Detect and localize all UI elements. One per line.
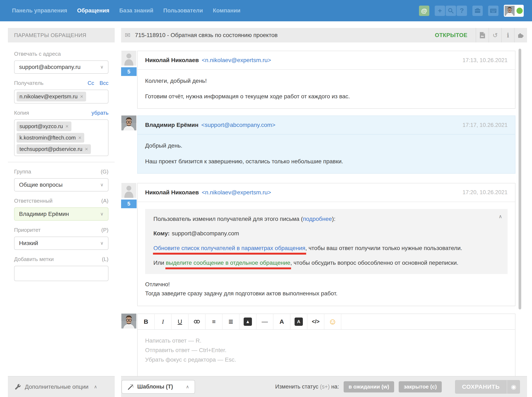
change-status-hotkey: (s+) [320, 384, 329, 390]
nav-item-companies[interactable]: Компании [213, 7, 240, 14]
keyboard-shortcuts-button[interactable] [488, 6, 498, 16]
scrollbar-thumb[interactable] [519, 49, 521, 310]
copy-chip-label: techsupport@pdservice.ru [19, 146, 82, 152]
reply-editor[interactable]: Написать ответ — R. Отправить ответ — Ct… [138, 330, 515, 382]
recipient-input[interactable]: n.nikolaev@expertsm.ru × [14, 90, 108, 104]
unread-count-badge: 5 [121, 199, 137, 208]
nav-item-users[interactable]: Пользователи [163, 7, 203, 14]
help-button[interactable]: ? [457, 6, 467, 16]
sender-email-link[interactable]: <n.nikolaev@expertsm.ru> [202, 57, 271, 63]
bcc-link[interactable]: Bcc [99, 80, 108, 86]
insert-link-button[interactable] [189, 314, 205, 329]
sender-email-link[interactable]: <support@abcompany.com> [201, 122, 276, 128]
nav-item-dashboard[interactable]: Панель управления [12, 7, 67, 14]
remove-recipient-button[interactable]: × [80, 93, 83, 100]
split-message-link[interactable]: выделите сообщение в отдельное обращение [166, 260, 291, 266]
to-value: support@abcompany.com [172, 230, 239, 236]
remove-copy-link[interactable]: убрать [92, 110, 108, 116]
remove-copy-chip-button[interactable]: × [78, 135, 81, 141]
labels-input[interactable] [14, 266, 108, 281]
split-ticket-button[interactable] [514, 28, 527, 43]
code-icon: </> [312, 318, 320, 325]
search-button[interactable] [446, 6, 456, 16]
chevron-up-icon: ∧ [186, 384, 189, 390]
user-avatar [505, 6, 515, 16]
remove-copy-chip-button[interactable]: × [85, 146, 88, 152]
assignee-select[interactable]: Владимир Ерёмин ∨ [14, 207, 108, 221]
nav-item-cases[interactable]: Обращения [77, 7, 110, 14]
history-button[interactable]: ↺ [489, 28, 501, 43]
chevron-down-icon: ∨ [100, 182, 104, 187]
ordered-list-button[interactable]: ≡ [205, 314, 223, 329]
person-icon [121, 51, 137, 66]
notice-text: Или [153, 260, 166, 266]
bold-button[interactable]: B [138, 314, 155, 329]
info-icon: i [507, 32, 509, 39]
unordered-list-button[interactable]: ≣ [223, 314, 240, 329]
copy-input[interactable]: support@xyzco.ru × k.kostromin@ftech.com… [14, 119, 108, 156]
notice-text: Пользователь изменил получателей для это… [153, 216, 303, 222]
editor-placeholder: Убрать фокус с редактора — Esc. [145, 355, 507, 365]
sender-email-link[interactable]: <n.nikolaev@expertsm.ru> [202, 189, 271, 196]
add-button[interactable]: + [435, 6, 445, 16]
italic-button[interactable]: I [155, 314, 172, 329]
chevron-down-icon: ∨ [100, 211, 104, 217]
message-author: Николай Николаев [145, 189, 199, 196]
export-ticket-button[interactable] [476, 28, 489, 43]
details-link[interactable]: подробнее [303, 216, 332, 222]
message-paragraph: Готовим отчёт, нужна информация о текуще… [145, 92, 507, 100]
person-icon [121, 183, 137, 198]
editor-placeholder: Отправить ответ — Ctrl+Enter. [145, 346, 507, 355]
collapse-notice-button[interactable]: ∧ [498, 214, 502, 219]
reply-from-label: Отвечать с адреса [14, 51, 61, 57]
remove-copy-chip-button[interactable]: × [65, 123, 68, 130]
templates-button[interactable]: Шаблоны (T) ∧ [122, 380, 195, 394]
update-recipients-link[interactable]: Обновите список получателей в параметрах… [153, 245, 305, 251]
horizontal-rule-button[interactable]: — [256, 314, 273, 329]
copy-chip: techsupport@pdservice.ru × [17, 144, 91, 154]
user-menu[interactable] [504, 5, 524, 17]
group-hotkey: (G) [101, 168, 108, 175]
text-color-button[interactable]: A [273, 314, 291, 329]
cc-link[interactable]: Cc [87, 80, 94, 86]
conversation: 5 Николай Николаев <n.nikolaev@expertsm.… [121, 43, 527, 397]
insert-image-button[interactable]: ▲ [240, 314, 256, 329]
more-options-label: Дополнительные опции [25, 384, 88, 390]
priority-label: Приоритет [14, 227, 41, 233]
nav-actions: @ + ? [419, 5, 524, 17]
status-pending-button[interactable]: в ожидании (w) [344, 381, 394, 392]
helpdesk-app: Панель управления Обращения База знаний … [0, 0, 532, 397]
nav-button-group: + ? [435, 6, 467, 16]
search-icon [448, 8, 454, 14]
action-bar: Шаблоны (T) ∧ Изменить статус (s+) на: в… [121, 376, 527, 397]
message-paragraph: Добрый день. [145, 142, 507, 150]
underline-button[interactable]: U [172, 314, 189, 329]
code-button[interactable]: </> [307, 314, 324, 329]
toolbox-button[interactable] [472, 6, 483, 16]
reply-from-select[interactable]: support@abcompany.ru ∨ [14, 61, 108, 74]
history-icon: ↺ [492, 32, 498, 39]
mentions-button[interactable]: @ [419, 6, 429, 16]
top-navigation-bar: Панель управления Обращения База знаний … [0, 0, 532, 21]
emoji-button[interactable]: ☺ [324, 314, 341, 329]
nav-item-knowledge-base[interactable]: База знаний [119, 7, 153, 14]
more-options[interactable]: Дополнительные опции ∧ [8, 376, 115, 397]
bg-color-button[interactable]: A [291, 314, 307, 329]
editor-placeholder: Написать ответ — R. [145, 336, 507, 346]
avatar-placeholder [121, 51, 137, 66]
ticket-header: ✉ 715-118910 - Обратная связь по состоян… [121, 28, 527, 43]
puzzle-icon [518, 32, 524, 38]
main-menu: Панель управления Обращения База знаний … [8, 7, 241, 14]
panel-title: ПАРАМЕТРЫ ОБРАЩЕНИЯ [8, 28, 115, 43]
status-closed-button[interactable]: закрытое (c) [399, 381, 442, 392]
change-status-text: Изменить статус [275, 384, 320, 390]
save-button[interactable]: СОХРАНИТЬ ◉ [455, 380, 520, 394]
recipient-label: Получатель [14, 80, 43, 86]
priority-select[interactable]: Низкий ∨ [14, 236, 108, 250]
notice-text: , чтобы ваш ответ получили только нужные… [305, 245, 462, 251]
ticket-status-badge[interactable]: ОТКРЫТОЕ [435, 32, 467, 38]
info-button[interactable]: i [501, 28, 514, 43]
group-select[interactable]: Общие вопросы ∨ [14, 178, 108, 192]
ticket-toolbar: ↺ i [476, 28, 527, 43]
image-icon: ▲ [244, 317, 252, 326]
